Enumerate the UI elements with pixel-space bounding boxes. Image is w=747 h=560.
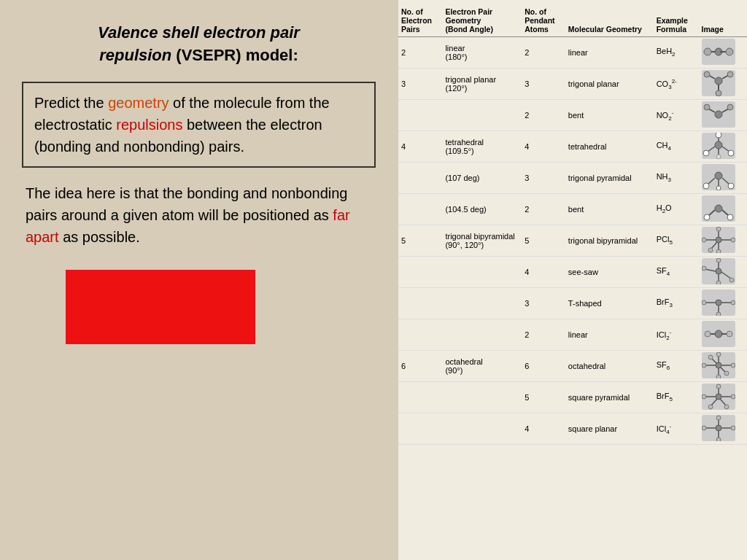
cell-electron-geometry (442, 413, 522, 445)
cell-pendant-atoms: 4 (522, 131, 565, 163)
table-row: 3 trigonal planar(120°) 3 trigonal plana… (398, 69, 747, 100)
svg-point-5 (715, 77, 722, 85)
cell-molecular-geometry: bent (565, 100, 654, 131)
molecule-image (702, 384, 735, 410)
cell-formula: ICl4- (654, 413, 699, 445)
svg-line-90 (711, 399, 717, 405)
cell-image (699, 131, 747, 163)
cell-electron-geometry (442, 319, 522, 351)
boxed-description: Predict the geometry of the molecule fro… (22, 82, 376, 168)
table-row: 4 square planar ICl4- (398, 413, 747, 445)
molecule-image (702, 70, 735, 96)
table-row: 2 linear ICl2- (398, 319, 747, 351)
cell-molecular-geometry: T-shaped (565, 288, 654, 319)
cell-molecular-geometry: trigonal pyramidal (565, 163, 654, 194)
cell-formula: SF4 (654, 257, 699, 288)
svg-point-80 (708, 355, 713, 359)
title-normal-text: (VSEPR) model: (171, 46, 298, 64)
table-row: 6 octahedral(90°) 6 octahedral SF6 (398, 351, 747, 382)
cell-electron-pairs: 6 (398, 351, 442, 382)
svg-point-12 (715, 111, 722, 118)
cell-image (699, 100, 747, 131)
table-row: 4 tetrahedral(109.5°) 4 tetrahedral CH4 (398, 131, 747, 163)
svg-line-47 (711, 242, 717, 249)
svg-point-69 (727, 331, 732, 337)
svg-point-25 (716, 155, 721, 159)
cell-pendant-atoms: 5 (522, 382, 565, 413)
cell-electron-geometry: tetrahedral(109.5°) (442, 131, 522, 163)
cell-image (699, 37, 747, 69)
cell-formula: BrF5 (654, 382, 699, 413)
cell-electron-pairs: 2 (398, 37, 442, 69)
molecule-image (702, 321, 735, 347)
table-row: (107 deg) 3 trigonal pyramidal NH3 (398, 163, 747, 194)
svg-line-20 (708, 147, 715, 152)
header-molecular-geometry: Molecular Geometry (565, 6, 654, 37)
vsepr-table: No. ofElectronPairs Electron PairGeometr… (398, 6, 747, 445)
cell-molecular-geometry: linear (565, 37, 654, 69)
svg-point-58 (716, 300, 721, 306)
molecule-image (702, 39, 735, 65)
cell-pendant-atoms: 6 (522, 351, 565, 382)
svg-point-44 (702, 238, 706, 242)
molecule-image (702, 227, 735, 253)
repulsions-highlight: repulsions (116, 117, 182, 133)
notice-box (66, 270, 255, 344)
cell-image (699, 225, 747, 257)
svg-point-65 (705, 331, 711, 337)
svg-point-32 (716, 186, 721, 190)
svg-line-56 (721, 272, 731, 279)
cell-formula: SF6 (654, 351, 699, 382)
molecule-image (702, 164, 735, 190)
svg-point-82 (724, 371, 729, 376)
cell-formula: CO32- (654, 69, 699, 100)
cell-electron-pairs (398, 413, 442, 445)
molecule-image (702, 133, 735, 159)
cell-electron-pairs (398, 382, 442, 413)
cell-molecular-geometry: square planar (565, 413, 654, 445)
cell-electron-geometry (442, 382, 522, 413)
cell-formula: BeH2 (654, 37, 699, 69)
svg-point-14 (704, 104, 710, 110)
svg-point-46 (731, 238, 735, 242)
svg-point-78 (731, 363, 735, 368)
right-panel: No. ofElectronPairs Electron PairGeometr… (398, 0, 747, 560)
cell-image (699, 351, 747, 382)
cell-pendant-atoms: 3 (522, 69, 565, 100)
svg-point-0 (704, 48, 711, 55)
svg-point-16 (727, 104, 733, 110)
cell-molecular-geometry: trigonal planar (565, 69, 654, 100)
header-formula: ExampleFormula (654, 6, 699, 37)
cell-molecular-geometry: trigonal bipyramidal (565, 225, 654, 257)
cell-molecular-geometry: see-saw (565, 257, 654, 288)
svg-point-85 (716, 384, 721, 389)
cell-image (699, 413, 747, 445)
cell-molecular-geometry: linear (565, 319, 654, 351)
svg-point-40 (716, 227, 721, 231)
svg-line-29 (722, 178, 729, 184)
cell-image (699, 163, 747, 194)
svg-point-67 (715, 330, 722, 338)
cell-image (699, 194, 747, 225)
page-title: Valence shell electron pairrepulsion (VS… (22, 22, 376, 67)
svg-point-74 (716, 375, 721, 378)
table-row: 5 trigonal bipyramidal(90°, 120°) 5 trig… (398, 225, 747, 257)
svg-point-42 (716, 249, 721, 253)
svg-point-72 (716, 352, 721, 357)
cell-electron-pairs (398, 100, 442, 131)
cell-molecular-geometry: square pyramidal (565, 382, 654, 413)
header-electron-geometry: Electron PairGeometry(Bond Angle) (442, 6, 522, 37)
svg-line-92 (720, 399, 726, 405)
cell-electron-geometry: trigonal planar(120°) (442, 69, 522, 100)
table-row: 5 square pyramidal BrF5 (398, 382, 747, 413)
cell-formula: ICl2- (654, 319, 699, 351)
cell-electron-geometry: (104.5 deg) (442, 194, 522, 225)
svg-point-91 (708, 405, 713, 409)
cell-pendant-atoms: 2 (522, 100, 565, 131)
body-description: The idea here is that the bonding and no… (22, 182, 376, 248)
cell-electron-geometry: octahedral(90°) (442, 351, 522, 382)
cell-image (699, 319, 747, 351)
table-row: 4 see-saw SF4 (398, 257, 747, 288)
molecule-image (702, 352, 735, 378)
cell-formula: NH3 (654, 163, 699, 194)
